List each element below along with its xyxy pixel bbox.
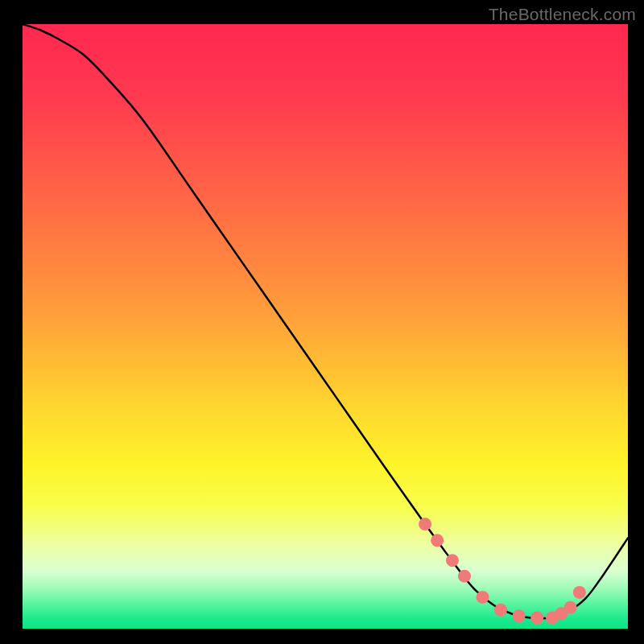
curve-markers bbox=[419, 518, 586, 624]
curve-marker bbox=[564, 601, 577, 614]
chart-stage: TheBottleneck.com bbox=[0, 0, 644, 644]
curve-marker bbox=[573, 586, 586, 599]
curve-marker bbox=[513, 609, 526, 622]
curve-marker bbox=[419, 518, 431, 530]
curve-layer bbox=[23, 24, 628, 629]
curve-marker bbox=[458, 570, 471, 583]
curve-marker bbox=[477, 591, 489, 604]
curve-marker bbox=[446, 554, 459, 567]
plot-area bbox=[23, 24, 628, 629]
curve-marker bbox=[530, 611, 543, 624]
bottleneck-curve bbox=[23, 24, 628, 618]
watermark-text: TheBottleneck.com bbox=[489, 5, 636, 24]
curve-marker bbox=[494, 604, 507, 617]
curve-marker bbox=[431, 534, 444, 547]
